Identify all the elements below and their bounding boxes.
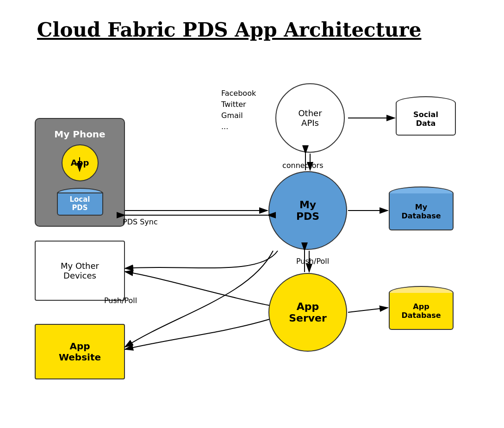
page-title: Cloud Fabric PDS App Architecture <box>37 19 421 41</box>
social-sources-label: FacebookTwitterGmail... <box>221 88 256 132</box>
social-data-label: SocialData <box>413 110 438 128</box>
connectors-label: connectors <box>282 161 323 170</box>
app-server-circle: AppServer <box>268 273 347 352</box>
push-poll-label-1: Push/Poll <box>104 296 137 305</box>
my-database-cylinder: MyDatabase <box>389 180 454 236</box>
other-apis-circle: OtherAPIs <box>275 83 345 153</box>
my-other-devices-label: My OtherDevices <box>61 261 99 280</box>
svg-line-11 <box>348 308 388 312</box>
diagram: Cloud Fabric PDS App Architecture Facebo… <box>0 0 504 428</box>
my-other-devices-box: My OtherDevices <box>35 241 125 301</box>
my-pds-circle: MyPDS <box>268 171 347 250</box>
social-data-cylinder: SocialData <box>396 90 456 141</box>
app-website-label: AppWebsite <box>59 341 101 363</box>
my-pds-label: MyPDS <box>296 199 319 222</box>
app-circle: App <box>62 144 99 181</box>
local-pds-cylinder: LocalPDS <box>57 188 103 216</box>
app-website-box: AppWebsite <box>35 324 125 379</box>
push-poll-label-2: Push/Poll <box>296 257 329 266</box>
my-database-label: MyDatabase <box>401 203 441 220</box>
pds-sync-label: PDS Sync <box>123 217 158 226</box>
my-phone-box: My Phone App LocalPDS <box>35 118 125 227</box>
app-server-label: AppServer <box>289 301 327 324</box>
app-database-label: AppDatabase <box>401 302 441 320</box>
app-database-cylinder: AppDatabase <box>389 280 454 335</box>
my-phone-label: My Phone <box>54 129 105 140</box>
other-apis-label: OtherAPIs <box>298 108 322 128</box>
